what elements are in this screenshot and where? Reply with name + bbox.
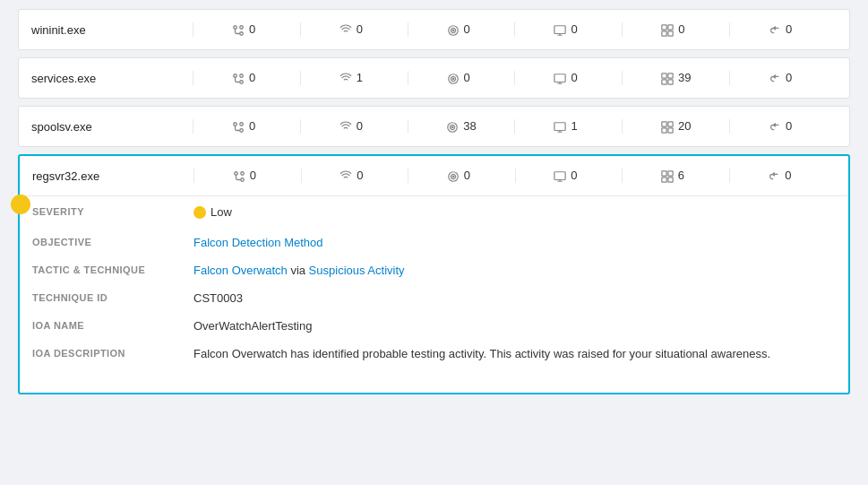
detail-severity-row: SEVERITY Low: [32, 205, 836, 221]
process-header-wininit[interactable]: wininit.exe 0 0 0 0 0 0: [19, 10, 849, 49]
svg-rect-20: [662, 80, 666, 84]
metric-services-grid: 39: [622, 71, 729, 85]
metric-value-wininit-1: 0: [357, 22, 369, 36]
metrics-services: 0 1 0 0 39 0: [193, 71, 837, 85]
metric-services-return: 0: [729, 71, 837, 85]
svg-point-27: [451, 126, 453, 128]
metric-value-spoolsv-1: 0: [357, 119, 369, 133]
svg-rect-39: [554, 172, 565, 180]
svg-point-33: [235, 172, 238, 176]
process-row-spoolsv[interactable]: spoolsv.exe 0 0 38 1 20 0: [18, 106, 850, 147]
grid-icon: [661, 119, 674, 134]
svg-point-5: [452, 30, 454, 31]
metric-value-regsvr32-5: 0: [785, 169, 797, 182]
target-icon: [447, 71, 460, 85]
svg-rect-18: [662, 74, 666, 78]
svg-rect-29: [662, 122, 666, 126]
svg-rect-10: [668, 31, 673, 36]
svg-rect-7: [662, 25, 666, 30]
ioa-name-label: IOA NAME: [32, 319, 193, 331]
branch-icon: [232, 119, 245, 134]
metric-regsvr32-return: 0: [729, 169, 837, 183]
wifi-icon: [339, 119, 352, 134]
svg-rect-43: [668, 178, 673, 182]
svg-rect-31: [662, 128, 666, 133]
branch-icon: [233, 169, 245, 183]
detail-tactic-row: TACTIC & TECHNIQUE Falcon Overwatch via …: [32, 264, 836, 277]
svg-point-35: [241, 172, 245, 176]
metric-regsvr32-wifi: 0: [301, 169, 408, 183]
metric-spoolsv-grid: 20: [622, 119, 729, 134]
severity-value: Low: [193, 205, 836, 221]
ioa-name-value: OverWatchAlertTesting: [193, 319, 836, 333]
metric-spoolsv-return: 0: [729, 119, 837, 134]
metric-value-services-3: 0: [571, 71, 583, 84]
detail-objective-row: OBJECTIVE Falcon Detection Method: [32, 236, 836, 249]
metric-value-services-5: 0: [786, 71, 798, 84]
detail-panel-regsvr32: SEVERITY Low OBJECTIVE Falcon Detection …: [20, 195, 848, 393]
monitor-icon: [554, 119, 566, 134]
return-icon: [769, 71, 781, 85]
svg-rect-19: [668, 74, 673, 78]
target-icon: [447, 22, 460, 37]
process-header-spoolsv[interactable]: spoolsv.exe 0 0 38 1 20 0: [19, 107, 849, 146]
metric-services-branch: 0: [193, 71, 300, 85]
return-icon: [769, 22, 781, 37]
svg-point-11: [234, 74, 237, 78]
metric-wininit-monitor: 0: [514, 22, 622, 37]
metric-value-spoolsv-2: 38: [463, 119, 476, 133]
process-header-regsvr32[interactable]: regsvr32.exe 0 0 0 0 6 0: [20, 156, 848, 195]
svg-point-22: [234, 123, 237, 126]
svg-point-38: [452, 176, 454, 178]
objective-link[interactable]: Falcon Detection Method: [193, 236, 323, 249]
svg-rect-6: [554, 26, 565, 34]
suspicious-activity-link[interactable]: Suspicious Activity: [309, 264, 405, 277]
metric-value-wininit-3: 0: [571, 22, 583, 36]
metrics-spoolsv: 0 0 38 1 20 0: [193, 119, 837, 134]
grid-icon: [661, 169, 674, 183]
svg-rect-42: [662, 178, 666, 182]
process-name-spoolsv: spoolsv.exe: [31, 120, 193, 134]
severity-badge: Low: [193, 205, 232, 219]
svg-point-24: [240, 123, 244, 126]
tactic-label: TACTIC & TECHNIQUE: [32, 264, 193, 275]
objective-label: OBJECTIVE: [32, 236, 193, 247]
metric-regsvr32-target: 0: [408, 169, 515, 183]
detail-technique-row: TECHNIQUE ID CST0003: [32, 291, 836, 305]
technique-id-label: TECHNIQUE ID: [32, 291, 193, 303]
ioa-desc-label: IOA DESCRIPTION: [32, 347, 193, 359]
branch-icon: [232, 22, 245, 37]
metric-value-services-4: 39: [678, 71, 691, 84]
metric-value-regsvr32-0: 0: [250, 169, 262, 182]
svg-point-1: [240, 32, 244, 36]
process-list: wininit.exe 0 0 0 0 0 0: [18, 9, 850, 394]
detail-ioa-desc-row: IOA DESCRIPTION Falcon Overwatch has ide…: [32, 347, 836, 360]
metric-spoolsv-branch: 0: [193, 119, 300, 134]
svg-rect-21: [668, 80, 673, 84]
objective-value: Falcon Detection Method: [193, 236, 836, 249]
process-row-services[interactable]: services.exe 0 1 0 0 39 0: [18, 57, 850, 99]
metric-value-services-0: 0: [249, 71, 262, 84]
notification-badge[interactable]: [11, 195, 30, 214]
metric-value-regsvr32-1: 0: [357, 169, 369, 182]
metrics-wininit: 0 0 0 0 0 0: [193, 22, 837, 37]
metric-value-spoolsv-5: 0: [786, 119, 798, 133]
process-row-wininit[interactable]: wininit.exe 0 0 0 0 0 0: [18, 9, 850, 50]
process-name-regsvr32: regsvr32.exe: [32, 169, 193, 183]
metric-wininit-wifi: 0: [300, 22, 408, 37]
metric-regsvr32-monitor: 0: [515, 169, 623, 183]
metric-spoolsv-target: 38: [408, 119, 515, 134]
metric-value-regsvr32-4: 6: [678, 169, 691, 182]
process-header-services[interactable]: services.exe 0 1 0 0 39 0: [19, 58, 849, 98]
metric-spoolsv-monitor: 1: [514, 119, 622, 134]
metric-wininit-branch: 0: [193, 22, 300, 37]
metric-value-regsvr32-3: 0: [571, 169, 583, 182]
metric-wininit-grid: 0: [622, 22, 729, 37]
return-icon: [769, 119, 781, 134]
process-row-regsvr32[interactable]: regsvr32.exe 0 0 0 0 6 0: [18, 154, 850, 394]
svg-rect-17: [554, 74, 565, 82]
metric-value-services-1: 1: [357, 71, 369, 84]
technique-id-value: CST0003: [193, 291, 836, 305]
tactic-link[interactable]: Falcon Overwatch: [193, 264, 288, 277]
svg-point-2: [240, 26, 244, 30]
